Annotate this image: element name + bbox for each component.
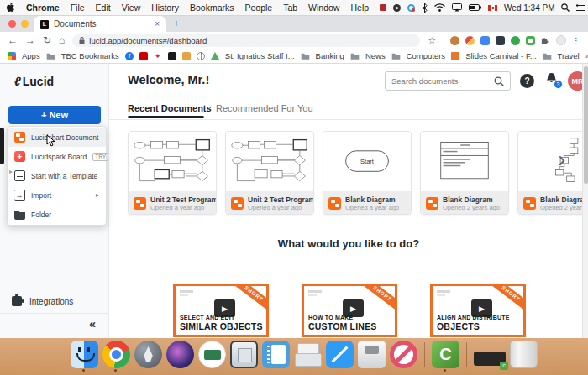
profile-avatar-icon[interactable] bbox=[556, 35, 566, 45]
bluetooth-icon[interactable] bbox=[422, 3, 428, 13]
battery-icon[interactable] bbox=[469, 4, 481, 11]
status-sync-icon[interactable] bbox=[407, 4, 415, 12]
wifi-icon[interactable] bbox=[434, 3, 445, 12]
bookmark-star-icon[interactable]: ☆ bbox=[428, 35, 436, 46]
search-input[interactable] bbox=[391, 76, 491, 86]
printer-dock-icon[interactable] bbox=[294, 341, 322, 368]
menu-item-folder[interactable]: Folder bbox=[8, 205, 106, 224]
video-tile-align-distribute[interactable]: SHORT ▶ ALIGN AND DISTRIBUTE OBJECTS bbox=[430, 284, 526, 337]
side-panel-handle[interactable] bbox=[0, 128, 4, 164]
diagram-app-dock-icon[interactable] bbox=[326, 341, 354, 368]
carousel-next-icon[interactable]: › bbox=[558, 148, 565, 171]
menubar-item-chrome[interactable]: Chrome bbox=[26, 3, 60, 13]
new-tab-button[interactable]: + bbox=[173, 17, 180, 29]
status-eye-icon[interactable] bbox=[393, 4, 401, 12]
notifications-button[interactable]: 3 bbox=[545, 72, 564, 91]
menu-item-start-with-template[interactable]: Start with a Template bbox=[8, 166, 106, 185]
document-card[interactable]: Unit 2 Test Program Opened a year ago bbox=[225, 131, 314, 215]
extension-icon[interactable] bbox=[496, 36, 505, 45]
menu-item-import[interactable]: → Import ▸ bbox=[8, 185, 106, 205]
extension-icon[interactable] bbox=[465, 36, 475, 45]
orange-favicon[interactable] bbox=[182, 52, 191, 60]
menu-item-lucidchart-document[interactable]: Lucidchart Document bbox=[8, 128, 106, 147]
menubar-item-help[interactable]: Help bbox=[350, 3, 369, 13]
siri-dock-icon[interactable] bbox=[166, 341, 194, 368]
reload-icon[interactable]: ↻ bbox=[43, 35, 51, 45]
bookmark-banking[interactable]: Banking bbox=[316, 51, 344, 60]
address-bar[interactable]: lucid.app/documents#/dashboard bbox=[72, 34, 420, 47]
facebook-favicon[interactable]: f bbox=[125, 52, 134, 60]
document-card[interactable]: Blank Diagram Opened 2 years ago bbox=[517, 131, 588, 215]
back-icon[interactable]: ← bbox=[8, 35, 18, 45]
scrollbar-thumb[interactable] bbox=[584, 66, 588, 184]
document-card[interactable]: Start Blank Diagram Opened a year ago bbox=[323, 131, 412, 215]
bookmarks-overflow-icon[interactable]: » bbox=[585, 51, 588, 60]
extensions-puzzle-icon[interactable] bbox=[541, 36, 550, 45]
home-icon[interactable]: ⌂ bbox=[59, 35, 65, 45]
spotlight-search-icon[interactable] bbox=[561, 3, 570, 12]
apple-menu-icon[interactable] bbox=[7, 3, 15, 13]
slides-carnival-favicon[interactable] bbox=[451, 52, 459, 60]
menubar-item-tab[interactable]: Tab bbox=[283, 3, 297, 13]
sidebar-item-integrations[interactable]: Integrations bbox=[12, 296, 73, 306]
chrome-dock-icon[interactable] bbox=[102, 341, 130, 368]
launchpad-dock-icon[interactable] bbox=[134, 341, 162, 368]
extension-icon[interactable] bbox=[480, 36, 490, 45]
blocked-app-dock-icon[interactable] bbox=[390, 341, 417, 368]
menu-item-lucidspark-board[interactable]: + Lucidspark Board TRY bbox=[8, 147, 106, 166]
browser-tab-documents[interactable]: L Documents × bbox=[34, 16, 166, 32]
window-close-button[interactable] bbox=[8, 20, 16, 28]
side-panel-arrow-icon[interactable]: ▸ bbox=[9, 168, 13, 175]
menubar-item-history[interactable]: History bbox=[151, 3, 179, 13]
bookmark-computers[interactable]: Computers bbox=[407, 51, 445, 60]
display-airplay-icon[interactable] bbox=[452, 3, 462, 12]
bookmark-st-ignatius[interactable]: St. Ignatius Staff I... bbox=[225, 51, 295, 60]
new-button[interactable]: + New bbox=[8, 106, 101, 124]
notes-app-dock-icon[interactable] bbox=[262, 341, 290, 368]
maple-favicon[interactable]: ✦ bbox=[154, 52, 162, 60]
menubar-item-file[interactable]: File bbox=[71, 3, 85, 13]
bookmark-news[interactable]: News bbox=[365, 51, 386, 60]
document-card[interactable]: Unit 2 Test Program ... Opened a year ag… bbox=[128, 131, 217, 215]
scanner-dock-icon[interactable] bbox=[358, 341, 386, 368]
extension-icon[interactable] bbox=[511, 36, 520, 45]
search-box[interactable] bbox=[385, 71, 511, 91]
window-minimize-button[interactable] bbox=[21, 20, 29, 28]
video-tile-custom-lines[interactable]: SHORT ▶ HOW TO MAKE CUSTOM LINES bbox=[302, 284, 397, 337]
collapse-sidebar-button[interactable]: « bbox=[89, 317, 96, 331]
bookmark-travel[interactable]: Travel bbox=[558, 51, 580, 60]
extension-icon[interactable] bbox=[450, 36, 459, 45]
document-card[interactable]: Blank Diagram Opened 2 years ago bbox=[420, 131, 509, 215]
black-favicon[interactable] bbox=[168, 52, 176, 60]
status-app-icon[interactable] bbox=[380, 4, 386, 11]
bookmark-tbc[interactable]: TBC Bookmarks bbox=[61, 51, 119, 60]
drive-favicon[interactable] bbox=[211, 52, 219, 60]
page-scrollbar[interactable] bbox=[582, 64, 588, 338]
globe-favicon[interactable] bbox=[197, 52, 205, 60]
cnn-favicon[interactable] bbox=[139, 52, 148, 60]
tab-recommended-for-you[interactable]: Recommended For You bbox=[216, 103, 313, 113]
menubar-item-edit[interactable]: Edit bbox=[96, 3, 111, 13]
menubar-item-view[interactable]: View bbox=[122, 3, 141, 13]
cube-app-dock-icon[interactable] bbox=[230, 341, 258, 368]
bookmark-apps[interactable]: Apps bbox=[22, 51, 40, 60]
books-dock-icon[interactable] bbox=[198, 341, 226, 368]
video-tile-similar-objects[interactable]: SHORT ▶ SELECT AND EDIT SIMILAR OBJECTS bbox=[173, 284, 269, 337]
recorder-dock-icon[interactable] bbox=[474, 352, 506, 366]
chrome-menu-icon[interactable]: ⋮ bbox=[572, 36, 580, 45]
menubar-item-window[interactable]: Window bbox=[308, 3, 339, 13]
extension-icon[interactable] bbox=[526, 36, 535, 45]
menubar-item-people[interactable]: People bbox=[244, 3, 272, 13]
help-button[interactable]: ? bbox=[520, 74, 534, 88]
finder-dock-icon[interactable] bbox=[71, 341, 98, 368]
input-language-flag-icon[interactable] bbox=[488, 5, 497, 11]
menubar-item-bookmarks[interactable]: Bookmarks bbox=[190, 3, 234, 13]
notification-center-icon[interactable] bbox=[576, 4, 585, 12]
trash-dock-icon[interactable] bbox=[510, 341, 538, 368]
bookmark-slides-carnival[interactable]: Slides Carnival - F... bbox=[465, 51, 536, 60]
tab-recent-documents[interactable]: Recent Documents bbox=[128, 103, 212, 113]
tab-close-icon[interactable]: × bbox=[155, 19, 160, 29]
forward-icon[interactable]: → bbox=[25, 35, 35, 45]
apps-grid-icon[interactable] bbox=[8, 52, 16, 60]
menubar-clock[interactable]: Wed 1:34 PM bbox=[504, 3, 554, 13]
